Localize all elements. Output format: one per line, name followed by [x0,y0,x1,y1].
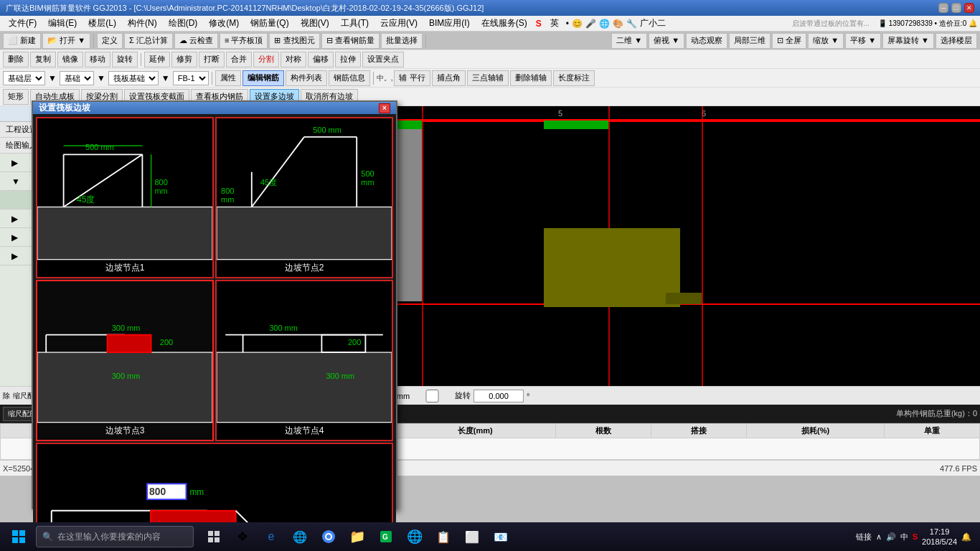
sym-button[interactable]: 对称 [281,52,306,67]
minimize-button[interactable]: ─ [938,3,948,13]
speaker-icon[interactable]: 🔊 [886,532,896,542]
app10-button[interactable]: 📧 [488,524,514,550]
rotate-checkbox[interactable] [413,390,452,402]
menu-file[interactable]: 文件(F) [3,16,42,31]
move-button[interactable]: 移动 [85,52,110,67]
menu-floor[interactable]: 楼层(L) [83,16,122,31]
menu-cloud[interactable]: 云应用(V) [374,16,423,31]
component-list-button[interactable]: 构件列表 [286,70,327,86]
start-button[interactable] [3,524,34,550]
grip-button[interactable]: 设置夹点 [362,52,404,67]
sogou-icon[interactable]: S [913,532,918,541]
notification-icon[interactable]: 🔔 [961,532,971,542]
steel-info-button[interactable]: 钢筋信息 [329,70,370,86]
menu-online[interactable]: 在线服务(S) [476,16,533,31]
type-combo[interactable]: 基础 [60,71,94,85]
red-vert-3 [422,106,423,386]
expand-icon[interactable]: ∧ [876,532,882,542]
cortana-button[interactable]: ❖ [230,524,255,550]
subtype-combo[interactable]: 筏板基础 [108,71,159,85]
folder-button[interactable]: 📁 [344,524,370,550]
svg-text:500: 500 [361,169,374,178]
menu-eng[interactable]: 英 [545,16,565,31]
menu-modify[interactable]: 修改(M) [203,16,245,31]
x-coord-status: X=52504 [3,464,34,473]
local3d-button[interactable]: 局部三维 [729,33,771,49]
app8-button[interactable]: 📋 [430,524,456,550]
topview-button[interactable]: 俯视 ▼ [649,33,684,49]
menu-draw[interactable]: 绘图(D) [163,16,204,31]
copy-button[interactable]: 复制 [30,52,56,67]
new-button[interactable]: ⬜ 新建 [3,33,41,49]
2d-button[interactable]: 二维 ▼ [611,33,647,49]
edge-icon: e [268,530,275,543]
view-steel-button[interactable]: ⊟ 查看钢筋量 [321,33,380,49]
close-button[interactable]: ✕ [964,3,974,13]
define-button[interactable]: 定义 [97,33,123,49]
dynamic-button[interactable]: 动态观察 [686,33,727,49]
property-button[interactable]: 属性 [215,70,241,86]
menu-view[interactable]: 视图(V) [295,16,335,31]
menu-component[interactable]: 构件(N) [122,16,163,31]
menu-steel[interactable]: 钢筋量(Q) [245,16,294,31]
open-button[interactable]: 📂 打开 ▼ [42,33,90,49]
level-top-button[interactable]: ≡ 平齐板顶 [220,33,268,49]
svg-text:500 mm: 500 mm [85,143,114,151]
taskbar-search-box[interactable]: 🔍 在这里输入你要搜索的内容 [36,526,194,547]
chrome-button[interactable] [316,524,341,550]
separator-5 [373,72,374,85]
screen-rotate-button[interactable]: 屏幕旋转 ▼ [882,33,934,49]
angle-button[interactable]: 捕点角 [432,70,466,86]
cloud-check-button[interactable]: ☁ 云检查 [174,33,218,49]
menu-bim[interactable]: BIM应用(I) [423,16,476,31]
break-button[interactable]: 打断 [199,52,225,67]
find-elem-button[interactable]: ⊞ 查找图元 [269,33,319,49]
edit-steel-button[interactable]: 编辑钢筋 [242,70,284,86]
zoom-button[interactable]: 缩放 ▼ [808,33,844,49]
node-cell-2[interactable]: 500 mm 45度 500 mm 800 mm 边坡节点2 [215,117,393,278]
sum-button[interactable]: Σ 汇总计算 [124,33,173,49]
app9-button[interactable]: ⬜ [459,524,485,550]
node-cell-bottom[interactable]: 800 mm 3 0 0 m m 边坡节点3 [36,443,393,522]
merge-button[interactable]: 合并 [226,52,252,67]
rect-button[interactable]: 矩形 [3,89,29,105]
length-mark-button[interactable]: 长度标注 [553,70,595,86]
input-method-label[interactable]: 中 [900,532,908,542]
trim-button[interactable]: 修剪 [171,52,197,67]
node-cell-1[interactable]: 45度 500 mm 800 mm 边坡节点1 [36,117,214,278]
dialog-close-button[interactable]: × [379,103,390,113]
glodon-button[interactable]: G [373,524,399,550]
ie-button-2[interactable]: 🌐 [287,524,313,550]
delete-button[interactable]: 删除 [3,52,29,67]
edge-button[interactable]: e [258,524,284,550]
split-button[interactable]: 分割 [253,52,279,67]
menu-tools[interactable]: 工具(T) [335,16,374,31]
menu-shirt: 🎨 [613,19,623,29]
del-axis-button[interactable]: 删除辅轴 [510,70,552,86]
node-cell-4[interactable]: 300 mm 200 300 mm 边坡节点4 [215,280,393,441]
three-axis-button[interactable]: 三点轴辅 [467,70,509,86]
rotate-button[interactable]: 旋转 [112,52,138,67]
floor-combo[interactable]: 基础层 [3,71,45,85]
select-floor-button[interactable]: 选择楼层 [936,33,977,49]
element-combo[interactable]: FB-1 [173,71,209,85]
menu-edit[interactable]: 编辑(E) [42,16,83,31]
menu-tool: 🔧 [626,19,637,29]
search-icon: 🔍 [42,532,53,542]
maximize-button[interactable]: □ [951,3,961,13]
task-view-button[interactable] [201,524,227,550]
pan-button[interactable]: 平移 ▼ [845,33,881,49]
extend-button[interactable]: 延伸 [144,52,170,67]
parallel-button[interactable]: 辅 平行 [394,70,430,86]
svg-rect-51 [12,530,18,536]
expand-icon-6: ▶ [11,251,18,261]
fullscreen-button[interactable]: ⊡ 全屏 [772,33,806,49]
node-cell-3[interactable]: 300 mm 200 300 mm 边坡节点3 [36,280,214,441]
batch-select-button[interactable]: 批量选择 [381,33,423,49]
rotate-input[interactable] [473,390,524,402]
col-count: 根数 [556,424,651,438]
app7-button[interactable]: 🌐 [402,524,428,550]
offset-button[interactable]: 偏移 [308,52,334,67]
stretch-button[interactable]: 拉伸 [335,52,361,67]
mirror-button[interactable]: 镜像 [57,52,83,67]
